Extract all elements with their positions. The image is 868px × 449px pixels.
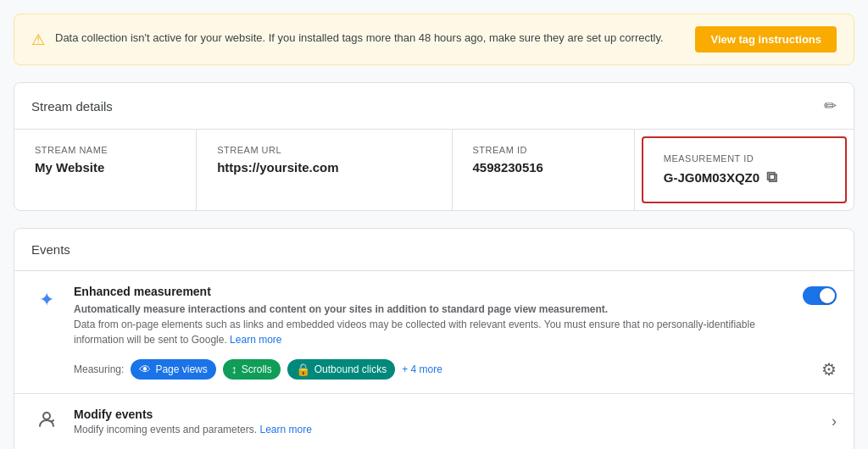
stream-details-header: Stream details ✏ — [14, 83, 854, 130]
enhanced-measurement-row: ✦ Enhanced measurement Automatically mea… — [31, 285, 837, 347]
outbound-clicks-label: Outbound clicks — [314, 363, 387, 375]
copy-icon[interactable]: ⧉ — [766, 169, 777, 186]
stream-name-field: STREAM NAME My Website — [14, 130, 197, 210]
eye-icon: 👁 — [139, 363, 151, 376]
stream-details-card: Stream details ✏ STREAM NAME My Website … — [14, 82, 854, 211]
modify-events-desc: Modify incoming events and parameters. L… — [74, 424, 820, 435]
alert-text: Data collection isn't active for your we… — [55, 30, 664, 47]
modify-events-learn-more[interactable]: Learn more — [259, 424, 311, 435]
measurement-id-label: MEASUREMENT ID — [664, 153, 825, 164]
stream-id-label: STREAM ID — [473, 145, 614, 155]
enhanced-description-detail: Data from on-page elements such as links… — [74, 319, 755, 346]
outbound-clicks-tag[interactable]: 🔒 Outbound clicks — [287, 359, 395, 380]
chevron-right-icon: › — [832, 413, 837, 430]
gear-icon[interactable]: ⚙ — [821, 360, 837, 379]
enhanced-content: Enhanced measurement Automatically measu… — [74, 285, 791, 347]
scrolls-label: Scrolls — [242, 363, 272, 375]
measuring-row: Measuring: 👁 Page views ↕ Scrolls 🔒 Outb… — [31, 359, 837, 380]
stream-id-value: 4598230516 — [473, 160, 614, 175]
measuring-settings[interactable]: ⚙ — [821, 359, 837, 380]
enhanced-learn-more-link[interactable]: Learn more — [230, 334, 281, 346]
alert-banner: ⚠ Data collection isn't active for your … — [14, 14, 854, 65]
measurement-id-field: MEASUREMENT ID G-JG0M03XQZ0 ⧉ — [642, 136, 847, 203]
measurement-id-value: G-JG0M03XQZ0 ⧉ — [664, 169, 825, 186]
page-views-label: Page views — [155, 363, 207, 375]
stream-details-grid: STREAM NAME My Website STREAM URL https:… — [14, 130, 854, 210]
events-card: Events ✦ Enhanced measurement Automatica… — [14, 228, 854, 449]
scrolls-tag[interactable]: ↕ Scrolls — [223, 359, 281, 380]
view-tag-button[interactable]: View tag instructions — [695, 26, 837, 53]
stream-name-value: My Website — [35, 160, 175, 175]
enhanced-title: Enhanced measurement — [74, 285, 791, 298]
edit-icon[interactable]: ✏ — [824, 97, 837, 115]
stream-url-value: https://yoursite.com — [217, 160, 431, 175]
enhanced-description: Automatically measure interactions and c… — [74, 302, 769, 347]
click-icon: 🔒 — [296, 363, 310, 376]
enhanced-icon-wrapper: ✦ — [31, 285, 62, 315]
more-tags-link[interactable]: + 4 more — [402, 363, 442, 375]
sparkle-icon: ✦ — [39, 289, 54, 311]
warning-icon: ⚠ — [31, 30, 45, 49]
stream-url-field: STREAM URL https://yoursite.com — [197, 130, 452, 210]
stream-id-field: STREAM ID 4598230516 — [453, 130, 635, 210]
modify-events-item[interactable]: Modify events Modify incoming events and… — [14, 393, 854, 449]
modify-events-icon — [31, 409, 62, 435]
svg-point-0 — [43, 413, 50, 419]
enhanced-toggle[interactable] — [803, 286, 837, 305]
measuring-label: Measuring: — [74, 363, 124, 375]
stream-name-label: STREAM NAME — [35, 145, 175, 155]
modify-events-content: Modify events Modify incoming events and… — [74, 407, 820, 435]
enhanced-toggle-wrapper[interactable] — [803, 285, 837, 305]
events-section-title: Events — [14, 229, 854, 270]
enhanced-measurement-item: ✦ Enhanced measurement Automatically mea… — [14, 270, 854, 393]
scroll-icon: ↕ — [231, 363, 237, 376]
alert-left: ⚠ Data collection isn't active for your … — [31, 30, 678, 49]
stream-details-title: Stream details — [31, 99, 113, 114]
page-views-tag[interactable]: 👁 Page views — [131, 359, 215, 380]
stream-url-label: STREAM URL — [217, 145, 431, 155]
modify-events-title: Modify events — [74, 407, 820, 421]
